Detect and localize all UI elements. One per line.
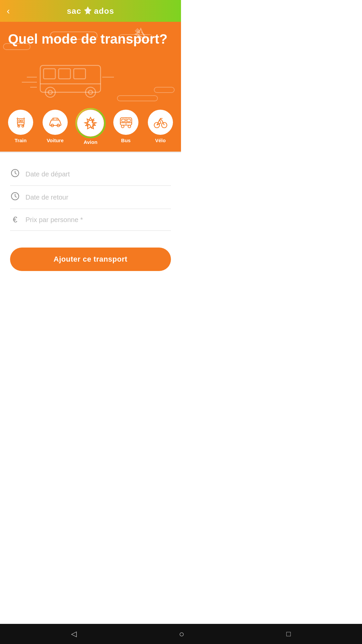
transport-label-bus: Bus	[121, 138, 130, 143]
transport-selector: Train Voiture	[0, 106, 181, 153]
bike-icon	[154, 116, 168, 128]
svg-rect-17	[117, 96, 158, 101]
add-transport-button[interactable]: Ajouter ce transport	[10, 248, 171, 271]
transport-circle-train	[8, 110, 33, 135]
prix-field[interactable]: €	[10, 209, 171, 231]
logo-left: sac	[67, 6, 81, 16]
svg-rect-18	[17, 119, 24, 125]
euro-icon: €	[10, 215, 20, 224]
transport-label-voiture: Voiture	[47, 138, 64, 143]
transport-item-bus[interactable]: Bus	[113, 110, 138, 143]
form-section: €	[0, 153, 181, 237]
svg-point-41	[128, 125, 131, 128]
svg-rect-16	[154, 87, 174, 93]
transport-circle-avion	[77, 110, 104, 137]
date-depart-input[interactable]	[25, 170, 171, 178]
bus-icon	[119, 116, 133, 128]
clock-icon-retour	[10, 192, 20, 203]
banner-title: Quel mode de transport?	[8, 31, 168, 47]
plane-icon-2	[83, 116, 98, 130]
transport-item-voiture[interactable]: Voiture	[43, 110, 68, 143]
prix-input[interactable]	[25, 216, 171, 224]
header: ‹ sac ados	[0, 0, 181, 22]
date-retour-field[interactable]	[10, 186, 171, 209]
add-button-container: Ajouter ce transport	[0, 237, 181, 278]
transport-item-velo[interactable]: Vélo	[148, 110, 173, 143]
svg-rect-36	[122, 119, 125, 122]
svg-rect-19	[19, 120, 20, 122]
svg-rect-20	[21, 120, 23, 122]
logo-right: ados	[94, 6, 114, 16]
transport-circle-velo	[148, 110, 173, 135]
transport-label-avion: Avion	[83, 139, 97, 145]
svg-rect-6	[74, 69, 85, 79]
app-logo: sac ados	[67, 6, 114, 16]
back-button[interactable]: ‹	[7, 6, 10, 16]
date-depart-field[interactable]	[10, 163, 171, 186]
logo-icon	[84, 6, 92, 16]
svg-rect-37	[127, 119, 130, 122]
transport-circle-bus	[113, 110, 138, 135]
svg-point-40	[121, 125, 124, 128]
clock-icon-depart	[10, 169, 20, 179]
date-retour-input[interactable]	[25, 194, 171, 201]
transport-item-train[interactable]: Train	[8, 110, 33, 143]
transport-circle-voiture	[43, 110, 68, 135]
car-icon	[48, 117, 62, 127]
transport-label-velo: Vélo	[155, 138, 166, 143]
train-icon	[14, 116, 27, 129]
transport-label-train: Train	[15, 138, 27, 143]
transport-item-avion[interactable]: Avion	[77, 110, 104, 145]
svg-rect-5	[59, 69, 70, 79]
banner: Quel mode de transport?	[0, 22, 181, 106]
svg-rect-4	[44, 69, 55, 79]
